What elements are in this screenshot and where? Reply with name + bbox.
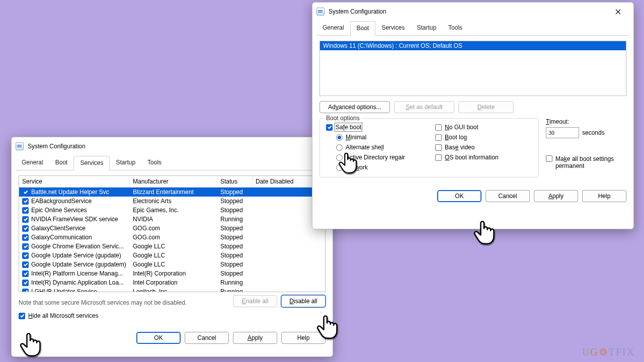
services-table[interactable]: Service Manufacturer Status Date Disable…: [19, 175, 326, 292]
service-manufacturer: Intel(R) Corporation: [130, 270, 217, 277]
service-checkbox[interactable]: [22, 225, 29, 232]
service-checkbox[interactable]: [22, 252, 29, 259]
apply-button[interactable]: Apply: [233, 332, 277, 344]
network-row[interactable]: Network: [336, 164, 405, 171]
msconfig-icon: [316, 8, 325, 16]
alt-shell-row[interactable]: Alternate shell: [336, 144, 405, 151]
delete-button[interactable]: Delete: [458, 101, 514, 113]
safe-boot-row[interactable]: Safe boot: [326, 124, 405, 131]
service-name: Google Chrome Elevation Servic...: [31, 243, 124, 250]
tab-general[interactable]: General: [16, 156, 49, 170]
hide-ms-row[interactable]: Hide all Microsoft services: [19, 312, 326, 319]
ad-repair-label: Active Directory repair: [346, 154, 405, 161]
table-row[interactable]: LGHUB Updater ServiceLogitech, Inc.Runni…: [19, 287, 325, 292]
tab-boot[interactable]: Boot: [49, 156, 74, 170]
service-checkbox[interactable]: [22, 207, 29, 214]
basevideo-checkbox[interactable]: [435, 144, 442, 151]
service-status: Running: [217, 279, 253, 286]
ok-button[interactable]: OK: [136, 332, 181, 344]
col-status[interactable]: Status: [217, 176, 253, 187]
service-manufacturer: GOG.com: [130, 225, 217, 232]
service-name: Intel(R) Dynamic Application Loa...: [31, 279, 124, 286]
table-row[interactable]: EABackgroundServiceElectronic ArtsStoppe…: [19, 197, 325, 206]
tab-services[interactable]: Services: [73, 156, 110, 170]
service-checkbox[interactable]: [22, 198, 29, 205]
tab-startup[interactable]: Startup: [411, 21, 442, 36]
window-title: System Configuration: [329, 8, 607, 15]
service-checkbox[interactable]: [22, 234, 29, 241]
table-row[interactable]: Google Chrome Elevation Servic...Google …: [19, 242, 325, 251]
safe-boot-checkbox[interactable]: [326, 124, 333, 131]
close-button[interactable]: [607, 4, 628, 19]
col-manufacturer[interactable]: Manufacturer: [130, 176, 217, 187]
bootlog-checkbox[interactable]: [435, 134, 442, 141]
tabs: General Boot Services Startup Tools: [16, 155, 329, 170]
boot-options-group: Boot options Safe boot Minimal Alternate…: [319, 118, 539, 177]
service-name: EABackgroundService: [31, 198, 92, 205]
table-row[interactable]: Battle.net Update Helper SvcBlizzard Ent…: [19, 188, 325, 197]
titlebar[interactable]: System Configuration: [312, 3, 633, 21]
service-status: Stopped: [217, 243, 253, 250]
service-name: Battle.net Update Helper Svc: [31, 189, 109, 196]
nogui-checkbox[interactable]: [435, 124, 442, 131]
os-entry[interactable]: Windows 11 (C:\Windows) : Current OS; De…: [320, 41, 626, 50]
service-manufacturer: Electronic Arts: [130, 198, 217, 205]
alt-shell-radio[interactable]: [336, 144, 343, 151]
hide-ms-checkbox[interactable]: [19, 313, 25, 319]
ad-repair-row[interactable]: Active Directory repair: [336, 154, 405, 161]
service-checkbox[interactable]: [22, 261, 29, 268]
tab-boot[interactable]: Boot: [350, 21, 376, 36]
minimal-radio[interactable]: [336, 134, 343, 141]
service-checkbox[interactable]: [22, 216, 29, 223]
titlebar[interactable]: System Configuration: [12, 137, 333, 155]
table-row[interactable]: Intel(R) Platform License Manag...Intel(…: [19, 269, 325, 278]
timeout-input[interactable]: [546, 127, 579, 138]
service-manufacturer: GOG.com: [130, 234, 217, 241]
bootlog-row[interactable]: Boot log: [435, 134, 499, 141]
network-radio[interactable]: [336, 164, 343, 171]
service-checkbox[interactable]: [22, 189, 29, 196]
table-row[interactable]: NVIDIA FrameView SDK serviceNVIDIARunnin…: [19, 215, 325, 224]
service-manufacturer: NVIDIA: [130, 216, 217, 223]
ok-button[interactable]: OK: [437, 190, 481, 202]
service-checkbox[interactable]: [22, 280, 29, 286]
service-name: GalaxyCommunication: [31, 234, 92, 241]
disable-all-button[interactable]: Disable all: [281, 295, 326, 307]
nogui-row[interactable]: No GUI boot: [435, 124, 499, 131]
table-row[interactable]: GalaxyCommunicationGOG.comStopped: [19, 233, 325, 242]
tab-tools[interactable]: Tools: [141, 156, 168, 170]
set-default-button[interactable]: Set as default: [394, 101, 454, 113]
osinfo-row[interactable]: OS boot information: [435, 154, 499, 161]
boot-config-window: System Configuration General Boot Servic…: [312, 2, 634, 229]
service-status: Running: [217, 288, 253, 292]
apply-button[interactable]: Apply: [534, 190, 578, 202]
col-service[interactable]: Service: [19, 176, 130, 187]
tab-general[interactable]: General: [316, 21, 350, 36]
cancel-button[interactable]: Cancel: [185, 332, 229, 344]
enable-all-button[interactable]: Enable all: [233, 295, 277, 307]
os-listbox[interactable]: Windows 11 (C:\Windows) : Current OS; De…: [319, 41, 626, 96]
permanent-checkbox[interactable]: [546, 155, 552, 162]
service-checkbox[interactable]: [22, 289, 29, 293]
permanent-row[interactable]: Make all boot settings permanent: [546, 155, 626, 169]
minimal-row[interactable]: Minimal: [336, 134, 405, 141]
tab-startup[interactable]: Startup: [110, 156, 141, 170]
service-checkbox[interactable]: [22, 270, 29, 277]
service-checkbox[interactable]: [22, 243, 29, 250]
cancel-button[interactable]: Cancel: [486, 190, 530, 202]
table-row[interactable]: GalaxyClientServiceGOG.comStopped: [19, 224, 325, 233]
basevideo-row[interactable]: Base video: [435, 144, 499, 151]
tab-services[interactable]: Services: [375, 21, 411, 36]
tab-tools[interactable]: Tools: [442, 21, 468, 36]
timeout-label: Timeout:: [546, 118, 626, 125]
table-row[interactable]: Intel(R) Dynamic Application Loa...Intel…: [19, 278, 325, 287]
basevideo-label: Base video: [445, 144, 474, 151]
table-row[interactable]: Epic Online ServicesEpic Games, Inc.Stop…: [19, 206, 325, 215]
help-button[interactable]: Help: [582, 190, 626, 202]
ad-repair-radio[interactable]: [336, 154, 343, 161]
help-button[interactable]: Help: [281, 332, 326, 344]
osinfo-checkbox[interactable]: [435, 154, 442, 161]
advanced-options-button[interactable]: Advanced options...: [319, 101, 390, 113]
table-row[interactable]: Google Update Service (gupdatem)Google L…: [19, 260, 325, 269]
table-row[interactable]: Google Update Service (gupdate)Google LL…: [19, 251, 325, 260]
